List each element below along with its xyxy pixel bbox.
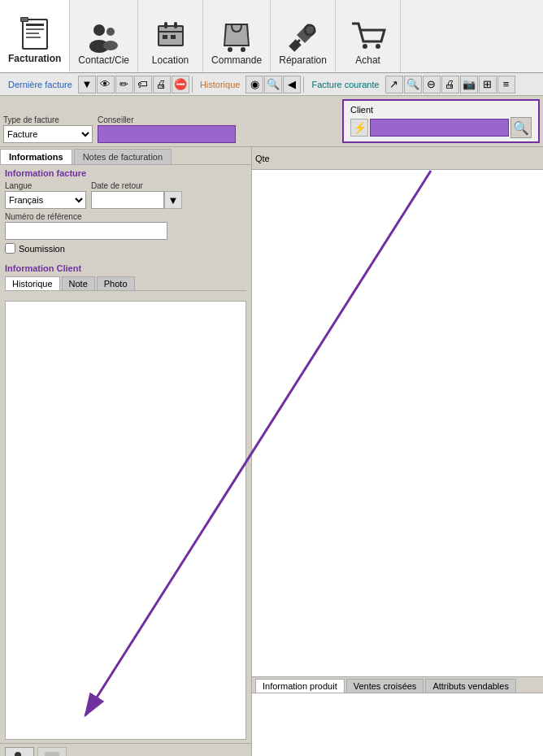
tab-informations[interactable]: Informations — [0, 149, 72, 164]
svg-rect-18 — [171, 35, 176, 39]
langue-date-row: Langue Français Date de retour 30/04/202… — [5, 181, 246, 209]
nav-contact-label: Contact/Cie — [78, 54, 129, 66]
order-icon — [219, 19, 254, 54]
qte-header: Qte — [252, 147, 543, 170]
num-ref-label: Numéro de référence — [5, 212, 246, 221]
svg-point-10 — [106, 28, 115, 36]
share-btn[interactable]: ↗ — [385, 76, 403, 93]
dropdown-btn[interactable]: ▼ — [78, 76, 96, 93]
right-content-area — [252, 170, 543, 676]
invoice-icon — [17, 17, 53, 53]
search-hist-btn[interactable]: 🔍 — [264, 76, 282, 93]
client-search-btn[interactable]: 🔍 — [510, 117, 532, 138]
client-tab-photo[interactable]: Photo — [97, 276, 135, 290]
type-facture-label: Type de facture — [3, 115, 93, 124]
svg-point-25 — [376, 44, 380, 49]
pie-btn[interactable]: ◉ — [245, 76, 263, 93]
dollar-btn[interactable]: $ — [37, 747, 67, 756]
tab-attributs-vendables[interactable]: Attributs vendables — [425, 679, 516, 693]
client-tabs: Historique Note Photo — [5, 276, 246, 291]
tab-info-produit[interactable]: Information produit — [255, 679, 345, 693]
type-facture-group: Type de facture Facture — [3, 115, 93, 143]
client-tab-historique[interactable]: Historique — [5, 276, 60, 290]
print-btn[interactable]: 🖨 — [153, 76, 171, 93]
nav-contact[interactable]: Contact/Cie — [70, 0, 138, 72]
divider-1 — [192, 76, 193, 93]
svg-rect-14 — [164, 22, 167, 28]
nav-commande[interactable]: Commande — [203, 0, 271, 72]
nav-commande-label: Commande — [211, 54, 262, 66]
facture-courante-buttons: ↗ 🔍 ⊖ 🖨 📷 ⊞ ≡ — [385, 76, 515, 93]
bottom-product-content — [252, 693, 543, 756]
svg-rect-4 — [26, 33, 39, 34]
svg-rect-7 — [21, 18, 28, 21]
date-retour-group: Date de retour 30/04/2020 ▼ — [91, 181, 182, 209]
svg-point-11 — [103, 41, 118, 50]
printer2-btn[interactable]: 🖨 — [441, 76, 459, 93]
client-tab-note[interactable]: Note — [62, 276, 95, 290]
svg-point-19 — [228, 47, 232, 52]
nav-facturation[interactable]: Facturation — [0, 0, 70, 72]
grid-btn[interactable]: ⊞ — [479, 76, 497, 93]
svg-rect-16 — [159, 31, 182, 33]
derniere-facture-buttons: ▼ 👁 ✏ 🏷 🖨 ⛔ — [78, 76, 189, 93]
person-btn[interactable] — [5, 747, 34, 756]
nav-facturation-label: Facturation — [8, 53, 61, 64]
section-facture-courante: Facture courante — [306, 80, 384, 89]
svg-rect-15 — [174, 22, 177, 28]
langue-select[interactable]: Français — [5, 191, 86, 209]
date-retour-label: Date de retour — [91, 181, 182, 190]
nav-achat-label: Achat — [355, 54, 380, 66]
camera-btn[interactable]: 📷 — [460, 76, 478, 93]
eye-btn[interactable]: 👁 — [97, 76, 115, 93]
soumission-row: Soumission — [5, 243, 246, 254]
left-panel: Informations Notes de facturation Inform… — [0, 147, 252, 756]
qte-label: Qte — [255, 154, 270, 163]
repair-icon — [285, 19, 321, 54]
nav-location[interactable]: Location — [138, 0, 203, 72]
search-fac-btn[interactable]: 🔍 — [404, 76, 422, 93]
info-facture-section: Information facture Langue Français Date… — [0, 165, 251, 260]
section-historique: Historique — [195, 80, 245, 89]
body-area: Informations Notes de facturation Inform… — [0, 147, 543, 756]
svg-point-24 — [363, 44, 367, 49]
dollar-icon: $ — [43, 750, 61, 756]
svg-rect-5 — [26, 37, 41, 38]
tab-ventes-croisees[interactable]: Ventes croisées — [346, 679, 424, 693]
num-ref-group: Numéro de référence — [5, 212, 246, 240]
info-client-section: Information Client Historique Note Photo — [0, 260, 251, 298]
nav-achat[interactable]: Achat — [336, 0, 401, 72]
top-navigation: Facturation Contact/Cie Locatio — [0, 0, 543, 73]
info-facture-title: Information facture — [5, 168, 246, 178]
minus-btn[interactable]: ⊖ — [423, 76, 441, 93]
bottom-buttons: $ — [0, 743, 251, 756]
langue-label: Langue — [5, 181, 86, 190]
type-facture-select[interactable]: Facture — [3, 125, 93, 143]
form-header: Type de facture Facture Conseiller Clien… — [0, 96, 543, 147]
conseiller-group: Conseiller — [98, 115, 236, 143]
num-ref-input[interactable] — [5, 222, 167, 240]
client-search-input[interactable] — [370, 119, 509, 137]
nav-reparation-label: Réparation — [279, 54, 327, 66]
stop-btn[interactable]: ⛔ — [172, 76, 189, 93]
more-btn[interactable]: ≡ — [497, 76, 515, 93]
purchase-icon — [350, 19, 386, 54]
tab-notes-facturation[interactable]: Notes de facturation — [74, 149, 172, 164]
date-dropdown-btn[interactable]: ▼ — [164, 191, 182, 209]
tag-btn[interactable]: 🏷 — [134, 76, 152, 93]
edit-btn[interactable]: ✏ — [115, 76, 133, 93]
nav-reparation[interactable]: Réparation — [271, 0, 336, 72]
client-lightning-btn[interactable]: ⚡ — [350, 119, 368, 137]
conseiller-input[interactable] — [98, 125, 236, 143]
back-btn[interactable]: ◀ — [283, 76, 301, 93]
nav-location-label: Location — [152, 54, 189, 66]
historique-buttons: ◉ 🔍 ◀ — [245, 76, 301, 93]
soumission-checkbox[interactable] — [5, 243, 15, 254]
main-tabs: Informations Notes de facturation — [0, 147, 251, 165]
soumission-label: Soumission — [19, 244, 65, 254]
svg-point-20 — [241, 47, 245, 52]
contact-icon — [86, 19, 122, 54]
client-display-area — [5, 301, 246, 740]
date-retour-input[interactable]: 30/04/2020 — [91, 191, 164, 209]
conseiller-label: Conseiller — [98, 115, 236, 124]
